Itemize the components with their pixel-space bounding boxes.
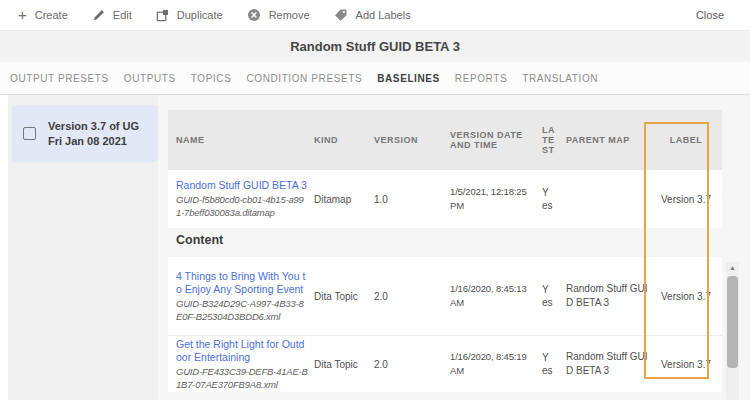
tab-translation[interactable]: TRANSLATION <box>522 73 598 84</box>
topic-name-link[interactable]: 4 Things to Bring With You to Enjoy Any … <box>176 270 308 296</box>
version-cell: 2.0 <box>374 291 444 302</box>
column-header-latest: LATEST <box>542 125 560 155</box>
scrollbar-thumb[interactable] <box>727 276 738 368</box>
baseline-detail-table: NAME KIND VERSION VERSION DATE AND TIME … <box>168 95 722 400</box>
topic-guid: GUID-B324D29C-A997-4B33-8E0F-B25304D3BDD… <box>176 297 308 323</box>
topic-name-link[interactable]: Get the Right Light for Outdoor Entertai… <box>176 338 308 364</box>
column-header-kind: KIND <box>314 135 368 145</box>
label-cell: Version 3.7 <box>654 359 718 370</box>
create-label: Create <box>35 9 68 21</box>
top-toolbar: + Create Edit Duplicate <box>0 0 750 31</box>
kind-cell: Dita Topic <box>314 359 368 370</box>
kind-cell: Dita Topic <box>314 291 368 302</box>
duplicate-button[interactable]: Duplicate <box>156 9 223 22</box>
column-header-label: LABEL <box>654 135 718 145</box>
create-button[interactable]: + Create <box>18 9 68 21</box>
tab-output-presets[interactable]: OUTPUT PRESETS <box>10 73 109 84</box>
column-header-version-date: VERSION DATE AND TIME <box>450 130 536 150</box>
kind-cell: Ditamap <box>314 194 368 205</box>
add-labels-label: Add Labels <box>356 9 411 21</box>
column-header-version: VERSION <box>374 135 444 145</box>
edit-label: Edit <box>113 9 132 21</box>
pencil-icon <box>92 9 105 22</box>
plus-icon: + <box>18 9 27 21</box>
content-section-heading: Content <box>176 233 223 247</box>
topic-guid: GUID-FE433C39-DEFB-41AE-B1B7-07AE370FB9A… <box>176 365 308 391</box>
remove-button[interactable]: Remove <box>247 8 310 22</box>
version-cell: 1.0 <box>374 194 444 205</box>
version-date-cell: 1/16/2020, 8:45:13 AM <box>450 282 536 310</box>
duplicate-icon <box>156 9 169 22</box>
title-band: Random Stuff GUID BETA 3 <box>0 31 750 62</box>
table-row[interactable]: 4 Things to Bring With You to Enjoy Any … <box>168 257 722 335</box>
map-guid: GUID-f5b80cd0-cb01-4b15-a991-7beff030083… <box>176 193 308 219</box>
left-gutter <box>0 95 8 400</box>
column-header-parent-map: PARENT MAP <box>566 135 648 145</box>
page-title: Random Stuff GUID BETA 3 <box>290 39 460 54</box>
tab-condition-presets[interactable]: CONDITION PRESETS <box>246 73 362 84</box>
tab-outputs[interactable]: OUTPUTS <box>124 73 176 84</box>
close-button[interactable]: Close <box>696 9 750 21</box>
parent-map-cell: Random Stuff GUID BETA 3 <box>566 282 648 310</box>
scroll-up-arrow-icon[interactable]: ▲ <box>726 262 739 274</box>
map-name-link[interactable]: Random Stuff GUID BETA 3 <box>176 179 308 192</box>
baseline-item-label: Version 3.7 of UG Fri Jan 08 2021 <box>48 119 154 149</box>
label-cell: Version 3.7 <box>654 194 718 205</box>
latest-cell: Yes <box>542 283 560 309</box>
version-cell: 2.0 <box>374 359 444 370</box>
tab-bar: OUTPUT PRESETS OUTPUTS TOPICS CONDITION … <box>0 62 750 95</box>
add-labels-button[interactable]: Add Labels <box>334 8 411 22</box>
version-date-cell: 1/16/2020, 8:45:19 AM <box>450 350 536 378</box>
remove-icon <box>247 8 261 22</box>
table-row[interactable]: Get the Right Light for Outdoor Entertai… <box>168 335 722 392</box>
vertical-scrollbar[interactable]: ▲ <box>726 262 739 400</box>
tag-icon <box>334 8 348 22</box>
latest-cell: Yes <box>542 351 560 377</box>
label-cell: Version 3.7 <box>654 291 718 302</box>
remove-label: Remove <box>269 9 310 21</box>
table-header-row: NAME KIND VERSION VERSION DATE AND TIME … <box>168 110 722 170</box>
baseline-list-item[interactable]: Version 3.7 of UG Fri Jan 08 2021 <box>12 105 158 162</box>
tab-baselines[interactable]: BASELINES <box>377 73 440 84</box>
baseline-checkbox[interactable] <box>23 127 36 140</box>
latest-cell: Yes <box>542 186 560 212</box>
version-date-cell: 1/5/2021, 12:18:25 PM <box>450 185 536 213</box>
main-area: Version 3.7 of UG Fri Jan 08 2021 NAME K… <box>0 95 750 400</box>
duplicate-label: Duplicate <box>177 9 223 21</box>
tab-topics[interactable]: TOPICS <box>191 73 232 84</box>
content-rows-card: 4 Things to Bring With You to Enjoy Any … <box>168 257 722 392</box>
column-header-name: NAME <box>176 135 308 145</box>
tab-reports[interactable]: REPORTS <box>455 73 507 84</box>
table-row[interactable]: Random Stuff GUID BETA 3 GUID-f5b80cd0-c… <box>168 170 722 228</box>
parent-map-cell: Random Stuff GUID BETA 3 <box>566 350 648 378</box>
edit-button[interactable]: Edit <box>92 9 132 22</box>
map-row-card: Random Stuff GUID BETA 3 GUID-f5b80cd0-c… <box>168 170 722 228</box>
baseline-list-panel: Version 3.7 of UG Fri Jan 08 2021 <box>8 95 158 400</box>
